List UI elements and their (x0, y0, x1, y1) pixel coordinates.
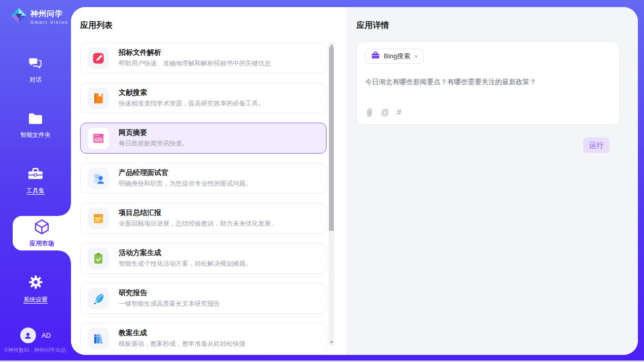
briefcase-icon (371, 51, 380, 61)
user-row: AD (0, 328, 71, 343)
sidebar-item-label: 智能文件夹 (20, 131, 51, 139)
brand-name: 神州问学 (30, 9, 68, 19)
tool-chip-bing-search[interactable]: Bing搜索 × (365, 49, 424, 64)
input-toolbar: @ # (365, 107, 401, 117)
app-card-event-plan[interactable]: 活动方案生成 智能生成个性化活动方案，轻松解决规划难题。 (80, 243, 327, 274)
app-detail-panel: 应用详情 Bing搜索 × 今日湖北有哪些新闻要点？有哪些需要关注的最新政策？ (346, 7, 638, 355)
app-card-title: 文献搜索 (119, 88, 265, 97)
sidebar-item-label: 工具集 (26, 187, 45, 195)
sidebar-item-smart-folder[interactable]: 智能文件夹 (0, 112, 71, 139)
sidebar-item-label: 应用市场 (30, 239, 54, 248)
folder-icon (28, 112, 43, 127)
app-card-literature-search[interactable]: 文献搜索 快速精准查找学术资源，提高研究效率的必备工具。 (80, 83, 327, 114)
scrollbar-thumb[interactable] (329, 47, 334, 231)
prompt-card[interactable]: Bing搜索 × 今日湖北有哪些新闻要点？有哪些需要关注的最新政策？ @ # (356, 42, 620, 125)
copyright-footer: ©神州数码 · 神州问学出品 (4, 347, 71, 354)
sidebar: 神州问学 Smart Vision 对话 智能文件夹 (0, 0, 71, 362)
app-card-lesson-plan[interactable]: 教案生成 模板驱动，教案秒成，教学准备从此轻松快捷 (80, 323, 327, 354)
avatar[interactable] (20, 328, 36, 343)
active-tab-curve-top (59, 204, 71, 216)
user-name: AD (42, 332, 51, 339)
app-card-desc: 明确身份和职责，为您提供专业性的面试问题。 (119, 179, 252, 188)
brand-subtitle: Smart Vision (30, 20, 68, 25)
prompt-text[interactable]: 今日湖北有哪些新闻要点？有哪些需要关注的最新政策？ (365, 78, 611, 87)
app-card-project-summary[interactable]: 项目总结汇报 全面回顾项目进展，总结经验教训，助力未来优化发展。 (80, 203, 327, 234)
sidebar-item-label: 对话 (29, 76, 42, 84)
app-card-research-report[interactable]: 研究报告 一键智能生成高质量长文本研究报告 (80, 283, 327, 314)
paperclip-icon[interactable] (365, 107, 373, 117)
app-card-desc: 每日政府新闻资讯快查。 (119, 139, 189, 148)
browser-code-icon (88, 128, 109, 149)
active-tab-curve-bottom (59, 250, 71, 263)
app-card-desc: 一键智能生成高质量长文本研究报告 (119, 300, 220, 308)
app-card-title: 项目总结汇报 (119, 208, 277, 218)
app-card-title: 网页摘要 (119, 128, 189, 137)
app-card-desc: 智能生成个性化活动方案，轻松解决规划难题。 (119, 260, 252, 268)
sidebar-item-app-market[interactable]: 应用市场 (13, 216, 71, 250)
at-icon[interactable]: @ (381, 108, 389, 117)
app-list-title: 应用列表 (80, 20, 113, 31)
app-card-title: 招标文件解析 (119, 48, 271, 57)
sidebar-item-toolset[interactable]: 工具集 (0, 167, 71, 195)
cube-icon (33, 219, 50, 237)
sidebar-item-label: 系统设置 (23, 296, 48, 304)
brand-diamond-icon (10, 7, 27, 26)
app-card-title: 产品经理面试官 (119, 168, 252, 177)
hash-icon[interactable]: # (397, 108, 401, 117)
app-card-desc: 模板驱动，教案秒成，教学准备从此轻松快捷 (119, 340, 245, 348)
app-card-desc: 帮助用户快速、准确地理解和解析招标书中的关键信息 (119, 59, 271, 68)
main-panel: 应用列表 招标文件解析 帮助用户快速、准确地理解和解析招标书中的关键信息 (71, 7, 638, 355)
app-detail-title: 应用详情 (356, 20, 389, 31)
book-icon (88, 88, 109, 109)
note-icon (88, 208, 109, 229)
app-card-title: 教案生成 (119, 329, 245, 338)
app-card-web-summary[interactable]: 网页摘要 每日政府新闻资讯快查。 (80, 123, 327, 154)
app-card-title: 活动方案生成 (119, 248, 252, 258)
run-button[interactable]: 运行 (583, 137, 610, 153)
document-edit-icon (88, 48, 109, 69)
chat-icon (28, 56, 43, 72)
chip-close-icon[interactable]: × (414, 53, 418, 60)
app-card-title: 研究报告 (119, 288, 220, 298)
tool-chip-label: Bing搜索 (384, 52, 410, 61)
app-list-panel: 应用列表 招标文件解析 帮助用户快速、准确地理解和解析招标书中的关键信息 (71, 7, 346, 355)
app-list-scrollbar[interactable] (329, 43, 334, 345)
app-card-desc: 快速精准查找学术资源，提高研究效率的必备工具。 (119, 99, 265, 108)
app-logo: 神州问学 Smart Vision (10, 7, 68, 26)
books-icon (88, 328, 109, 349)
app-card-pm-interviewer[interactable]: 产品经理面试官 明确身份和职责，为您提供专业性的面试问题。 (80, 163, 327, 194)
gear-icon (28, 274, 44, 292)
clipboard-check-icon (88, 248, 109, 269)
sidebar-item-chat[interactable]: 对话 (0, 56, 71, 84)
quill-icon (88, 288, 109, 309)
scrollbar-down-arrow[interactable] (329, 339, 334, 345)
app-card-tender-analysis[interactable]: 招标文件解析 帮助用户快速、准确地理解和解析招标书中的关键信息 (80, 43, 327, 74)
sidebar-item-settings[interactable]: 系统设置 (0, 274, 71, 304)
app-card-desc: 全面回顾项目进展，总结经验教训，助力未来优化发展。 (119, 220, 277, 228)
interviewer-icon (88, 168, 109, 189)
app-cards: 招标文件解析 帮助用户快速、准确地理解和解析招标书中的关键信息 文献搜索 快速精… (80, 43, 328, 355)
toolbox-icon (27, 167, 44, 183)
